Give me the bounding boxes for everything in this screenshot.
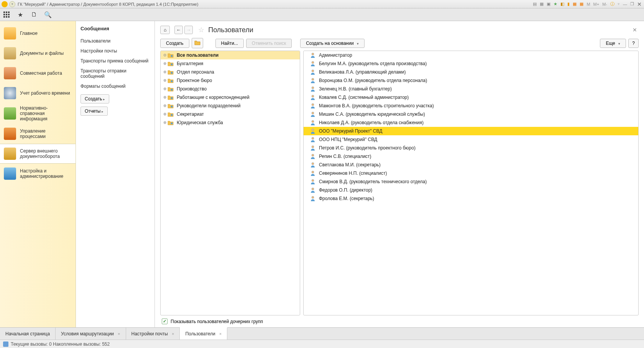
memory-m-button[interactable]: M [586,2,591,7]
group-row[interactable]: ⊕Отдел персонала [161,68,300,76]
toolbar-icon[interactable]: ▮ [567,2,570,7]
window-tab[interactable]: Настройки почты× [126,328,180,340]
user-icon [310,120,316,125]
group-row[interactable]: ⊕Проектное бюро [161,76,300,85]
user-row[interactable]: Великанова Л.А. (управляющий делами) [304,68,638,76]
group-row[interactable]: ⊖Все пользователи [161,51,300,59]
subnav-link[interactable]: Транспорты приема сообщений [80,56,150,66]
user-row[interactable]: Смирнов В.Д. (руководитель технического … [304,177,638,186]
star-icon[interactable]: ★ [17,11,24,18]
user-row[interactable]: ООО "Меркурий Проект" СВД [304,127,638,135]
user-row[interactable]: Федоров О.П. (директор) [304,186,638,194]
user-label: Светлакова М.И. (секретарь) [319,162,381,167]
user-row[interactable]: Мамонтов В.А. (руководитель строительног… [304,102,638,110]
nav-item[interactable]: Настройка и администрирование [0,164,76,184]
back-button[interactable]: ← [174,26,183,34]
window-tab[interactable]: Начальная страница [0,328,56,340]
status-bar: Текущие вызовы: 0 Накопленные вызовы: 55… [0,340,644,348]
memory-mplus-button[interactable]: M+ [593,2,600,7]
user-row[interactable]: Белугин М.А. (руководитель отдела произв… [304,59,638,68]
user-row[interactable]: Ковалев С.Д. (системный администратор) [304,93,638,102]
nav-item[interactable]: Совместная работа [0,63,76,83]
expand-icon[interactable]: ⊕ [163,95,167,99]
tab-close-icon[interactable]: × [172,332,174,336]
calendar-icon[interactable]: ▦ [579,2,584,7]
toolbar-icon[interactable]: ◧ [560,2,565,7]
expand-icon[interactable]: ⊖ [163,53,167,57]
group-row[interactable]: ⊕Производство [161,85,300,93]
group-row[interactable]: ⊕Руководители подразделений [161,102,300,110]
user-label: Ковалев С.Д. (системный администратор) [319,95,409,100]
expand-icon[interactable]: ⊕ [163,120,167,125]
favorite-icon[interactable]: ★ [553,2,558,7]
clipboard-icon[interactable]: 🗋 [31,11,38,18]
subnav-reports-button[interactable]: Отчеты [80,107,108,116]
group-row[interactable]: ⊕Работающие с корреспонденцией [161,93,300,102]
users-pane[interactable]: АдминистраторБелугин М.А. (руководитель … [303,51,639,315]
apps-icon[interactable] [3,11,10,18]
nav-item[interactable]: Документы и файлы [0,43,76,63]
user-row[interactable]: Северянинов Н.П. (специалист) [304,169,638,177]
expand-icon[interactable]: ⊕ [163,70,167,74]
more-button[interactable]: Еще [600,39,626,48]
maximize-button[interactable]: ❐ [629,2,635,7]
groups-pane[interactable]: ⊖Все пользователи⊕Бухгалтерия⊕Отдел перс… [160,51,300,315]
memory-mminus-button[interactable]: M- [601,2,608,7]
window-tab[interactable]: Пользователи× [180,327,227,340]
tab-close-icon[interactable]: × [118,332,120,336]
user-row[interactable]: Фролова Е.М. (секретарь) [304,194,638,203]
dropdown-arrow-icon[interactable]: ▾ [9,1,15,7]
user-row[interactable]: Мишин С.А. (руководитель юридической слу… [304,110,638,118]
group-row[interactable]: ⊕Бухгалтерия [161,59,300,68]
group-row[interactable]: ⊕Секретариат [161,110,300,118]
user-row[interactable]: Николаев Д.А. (руководитель отдела снабж… [304,118,638,127]
expand-icon[interactable]: ⊕ [163,112,167,116]
page-close-button[interactable]: ✕ [631,27,639,33]
subnav-link[interactable]: Настройки почты [80,46,150,56]
checkbox-checked-icon[interactable]: ✓ [162,318,168,324]
nav-item[interactable]: Управление процессами [0,124,76,144]
window-tabs: Начальная страницаУсловия маршрутизации×… [0,327,644,340]
calculator-icon[interactable]: ▦ [572,2,577,7]
subnav-link[interactable]: Транспорты отправки сообщений [80,66,150,81]
help-button[interactable]: ? [628,39,639,48]
minimize-button[interactable]: — [622,2,628,7]
info-icon[interactable]: ⓘ [610,1,615,7]
create-button[interactable]: Создать [160,39,189,48]
home-button[interactable]: ⌂ [160,26,170,34]
favorite-star-icon[interactable]: ☆ [198,26,204,34]
find-button[interactable]: Найти... [215,39,244,48]
svg-point-11 [312,70,314,72]
create-based-button[interactable]: Создать на основании [300,39,365,48]
nav-item[interactable]: Учет рабочего времени [0,83,76,103]
search-icon[interactable]: 🔍 [44,11,51,18]
toolbar-icon[interactable]: ▣ [546,2,551,7]
subnav-create-button[interactable]: Создать [80,94,109,103]
expand-icon[interactable]: ⊕ [163,103,167,108]
subnav-link[interactable]: Пользователи [80,36,150,46]
user-row[interactable]: Петров И.С. (руководитель проектного бюр… [304,144,638,152]
show-children-checkbox-row[interactable]: ✓ Показывать пользователей дочерних груп… [160,315,639,324]
nav-item[interactable]: Главное [0,23,76,43]
user-row[interactable]: Зеленец Н.В. (главный бухгалтер) [304,85,638,93]
nav-item[interactable]: Сервер внешнего документооборота [0,144,76,164]
expand-icon[interactable]: ⊕ [163,61,167,66]
user-row[interactable]: Светлакова М.И. (секретарь) [304,161,638,169]
subnav-link[interactable]: Форматы сообщений [80,81,150,91]
user-row[interactable]: Репин С.В. (специалист) [304,152,638,161]
group-row[interactable]: ⊕Юридическая служба [161,118,300,127]
close-button[interactable]: ✕ [636,1,642,7]
nav-item[interactable]: Нормативно-справочная информация [0,103,76,124]
user-row[interactable]: Администратор [304,51,638,59]
tab-close-icon[interactable]: × [219,332,222,336]
user-row[interactable]: Воронцова О.М. (руководитель отдела перс… [304,76,638,85]
svg-point-12 [312,78,314,80]
user-row[interactable]: ООО НПЦ "Меркурий" СВД [304,135,638,144]
expand-icon[interactable]: ⊕ [163,87,167,91]
toolbar-icon[interactable]: ▤ [532,2,537,7]
window-tab[interactable]: Условия маршрутизации× [56,328,126,340]
create-folder-button[interactable] [192,38,203,48]
expand-icon[interactable]: ⊕ [163,78,167,82]
user-label: Мишин С.А. (руководитель юридической слу… [319,112,425,117]
toolbar-icon[interactable]: ▦ [539,2,544,7]
